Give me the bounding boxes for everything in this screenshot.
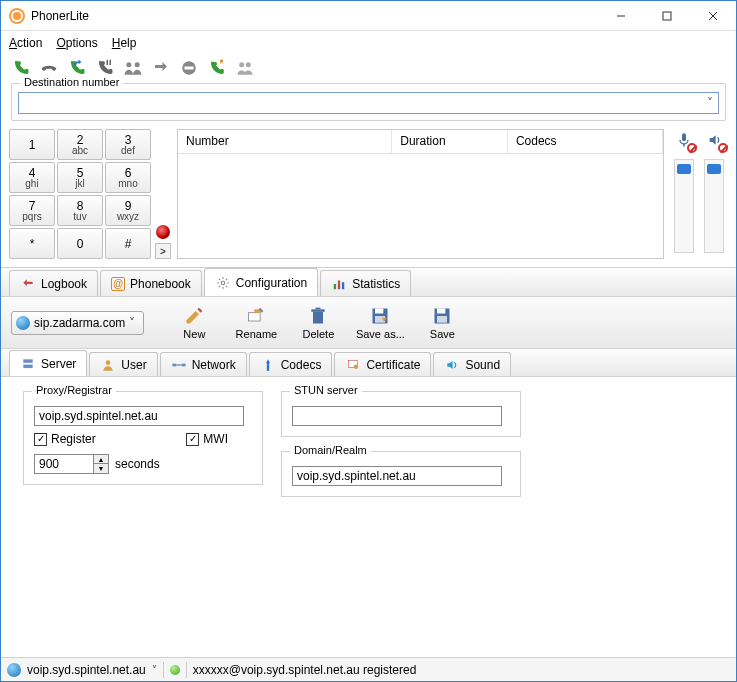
interval-spinner[interactable]: ▲▼ <box>94 454 109 474</box>
mic-slider[interactable] <box>674 159 694 253</box>
chevron-down-icon: ˅ <box>125 316 139 330</box>
subtab-server[interactable]: Server <box>9 350 87 376</box>
svg-rect-28 <box>23 359 32 363</box>
hold-icon[interactable] <box>95 58 115 78</box>
svg-rect-34 <box>267 365 269 371</box>
tab-statistics[interactable]: Statistics <box>320 270 411 296</box>
subtab-user[interactable]: User <box>89 352 157 376</box>
hangup-icon[interactable] <box>39 58 59 78</box>
svg-point-10 <box>239 62 244 67</box>
save-button[interactable]: Save <box>414 303 470 342</box>
proxy-label: Proxy/Registrar <box>32 384 116 396</box>
dialkey-0[interactable]: 0 <box>57 228 103 259</box>
subtab-sound[interactable]: Sound <box>433 352 511 376</box>
svg-rect-31 <box>172 363 176 366</box>
col-codecs[interactable]: Codecs <box>508 130 663 153</box>
dialkey-2[interactable]: 2abc <box>57 129 103 160</box>
menu-options[interactable]: Options <box>56 36 97 50</box>
svg-point-30 <box>106 360 111 365</box>
chevron-down-icon[interactable]: ˅ <box>702 96 718 110</box>
new-button[interactable]: New <box>166 303 222 342</box>
app-icon <box>9 8 25 24</box>
dialkey-*[interactable]: * <box>9 228 55 259</box>
destination-input[interactable] <box>19 93 702 113</box>
subtab-network[interactable]: Network <box>160 352 247 376</box>
svg-rect-1 <box>663 12 671 20</box>
status-message: xxxxxx@voip.syd.spintel.net.au registere… <box>193 663 417 677</box>
record-indicator-icon[interactable] <box>156 225 170 239</box>
call-list[interactable]: Number Duration Codecs <box>177 129 664 259</box>
interval-input[interactable] <box>34 454 94 474</box>
expand-button[interactable]: > <box>155 243 171 259</box>
subtab-certificate[interactable]: Certificate <box>334 352 431 376</box>
user-icon <box>100 357 116 373</box>
register-checkbox[interactable]: ✓ <box>34 433 47 446</box>
dialkey-9[interactable]: 9wxyz <box>105 195 151 226</box>
rename-button[interactable]: Rename <box>228 303 284 342</box>
proxy-input[interactable] <box>34 406 244 426</box>
dialkey-4[interactable]: 4ghi <box>9 162 55 193</box>
mwi-checkbox[interactable]: ✓ <box>186 433 199 446</box>
window-title: PhonerLite <box>31 9 89 23</box>
profile-dropdown[interactable]: sip.zadarma.com ˅ <box>11 311 144 335</box>
config-toolbar: sip.zadarma.com ˅ New Rename Delete Save… <box>1 297 736 349</box>
svg-rect-13 <box>683 144 684 147</box>
transfer-icon[interactable] <box>151 58 171 78</box>
server-panel: Proxy/Registrar ✓ Register ✓ MWI ▲▼ seco… <box>1 377 736 657</box>
svg-rect-15 <box>334 284 336 289</box>
dialkey-8[interactable]: 8tuv <box>57 195 103 226</box>
tab-configuration[interactable]: Configuration <box>204 268 318 296</box>
col-duration[interactable]: Duration <box>392 130 508 153</box>
menu-help[interactable]: Help <box>112 36 137 50</box>
dialkey-6[interactable]: 6mno <box>105 162 151 193</box>
maximize-button[interactable] <box>644 1 690 31</box>
svg-rect-12 <box>682 133 686 141</box>
contacts-icon[interactable] <box>235 58 255 78</box>
svg-rect-26 <box>437 309 445 314</box>
destination-combo[interactable]: ˅ <box>18 92 719 114</box>
svg-rect-9 <box>185 67 194 70</box>
conference-icon[interactable] <box>123 58 143 78</box>
mic-mute-icon[interactable] <box>673 129 695 151</box>
speaker-slider[interactable] <box>704 159 724 253</box>
dialkey-1[interactable]: 1 <box>9 129 55 160</box>
dialpad: 12abc3def4ghi5jkl6mno7pqrs8tuv9wxyz*0# <box>9 129 151 259</box>
subtab-codecs[interactable]: Codecs <box>249 352 333 376</box>
menu-bar: Action Options Help <box>1 31 736 55</box>
col-number[interactable]: Number <box>178 130 392 153</box>
minimize-button[interactable] <box>598 1 644 31</box>
svg-rect-32 <box>181 363 185 366</box>
destination-group: Destination number ˅ <box>11 83 726 121</box>
dialkey-5[interactable]: 5jkl <box>57 162 103 193</box>
svg-point-11 <box>246 62 251 67</box>
chart-icon <box>331 276 347 292</box>
dialkey-3[interactable]: 3def <box>105 129 151 160</box>
svg-point-7 <box>135 62 140 67</box>
saveas-button[interactable]: Save as... <box>352 303 408 342</box>
proxy-group: Proxy/Registrar ✓ Register ✓ MWI ▲▼ seco… <box>23 391 263 485</box>
domain-input[interactable] <box>292 466 502 486</box>
close-button[interactable] <box>690 1 736 31</box>
tab-logbook[interactable]: Logbook <box>9 270 98 296</box>
status-bar: voip.syd.spintel.net.au ˅ xxxxxx@voip.sy… <box>1 657 736 681</box>
tab-phonebook[interactable]: @ Phonebook <box>100 270 202 296</box>
logbook-icon <box>20 276 36 292</box>
redial-icon[interactable] <box>67 58 87 78</box>
speaker-mute-icon[interactable] <box>704 129 726 151</box>
stun-input[interactable] <box>292 406 502 426</box>
svg-point-14 <box>221 281 225 285</box>
dialkey-#[interactable]: # <box>105 228 151 259</box>
svg-rect-4 <box>107 60 109 65</box>
call-icon[interactable] <box>11 58 31 78</box>
dnd-icon[interactable] <box>179 58 199 78</box>
dialkey-7[interactable]: 7pqrs <box>9 195 55 226</box>
saveas-icon <box>369 305 391 327</box>
svg-rect-5 <box>110 60 112 65</box>
chevron-down-icon[interactable]: ˅ <box>152 664 157 675</box>
call-timer-icon[interactable] <box>207 58 227 78</box>
delete-button[interactable]: Delete <box>290 303 346 342</box>
delete-icon <box>307 305 329 327</box>
network-icon <box>171 357 187 373</box>
menu-action[interactable]: Action <box>9 36 42 50</box>
status-server: voip.syd.spintel.net.au <box>27 663 146 677</box>
